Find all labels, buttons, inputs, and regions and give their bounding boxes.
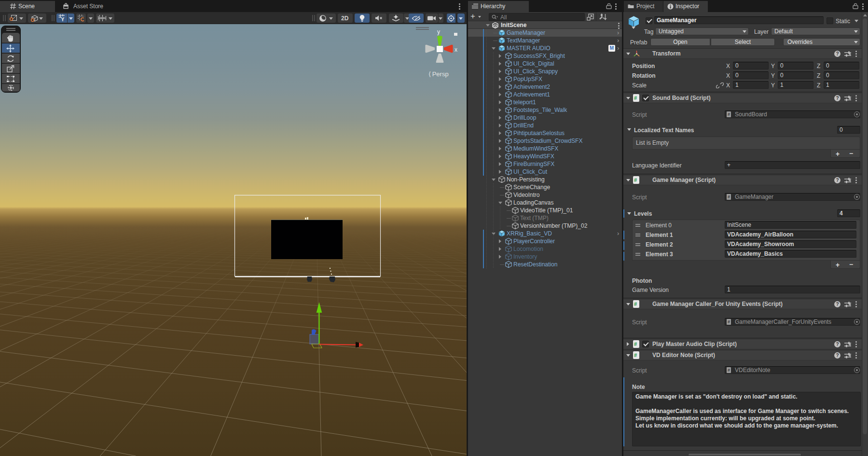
- svg-text:Y: Y: [61, 17, 65, 22]
- svg-text:x: x: [455, 46, 457, 53]
- svg-text:y: y: [437, 28, 440, 35]
